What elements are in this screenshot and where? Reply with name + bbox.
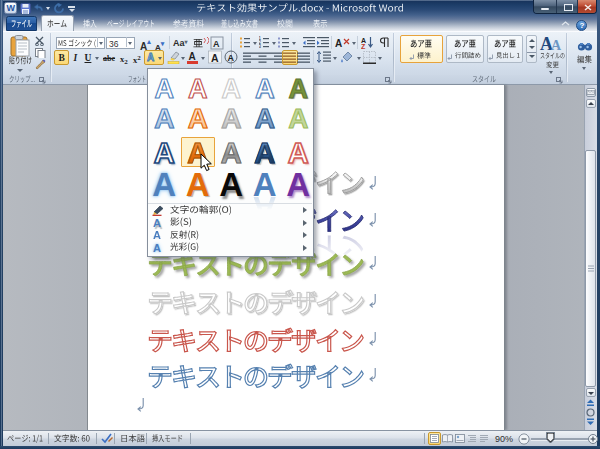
svg-text:A: A (211, 52, 219, 64)
svg-text:A: A (335, 38, 342, 49)
svg-text:A: A (228, 53, 235, 63)
svg-text:A: A (213, 39, 220, 49)
svg-text:3: 3 (259, 44, 262, 49)
svg-text:Z: Z (361, 43, 366, 49)
